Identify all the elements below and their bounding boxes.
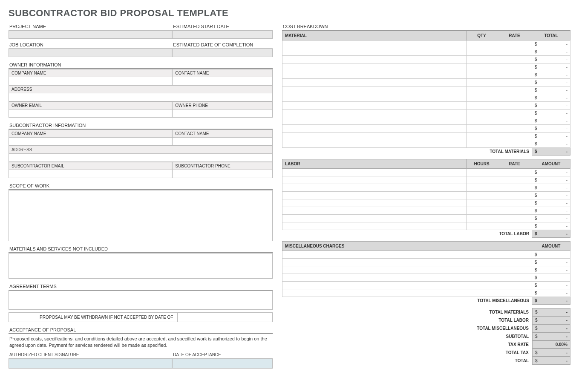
material-qty-cell[interactable] [467, 79, 497, 86]
labor-hours-cell[interactable] [467, 192, 497, 199]
estimated-completion-input[interactable] [172, 49, 273, 57]
labor-rate-cell[interactable] [497, 215, 532, 222]
misc-cell[interactable] [282, 289, 532, 297]
labor-rate-cell[interactable] [497, 199, 532, 207]
material-cell[interactable] [282, 110, 466, 117]
material-cell[interactable] [282, 79, 466, 86]
material-cell[interactable] [282, 71, 466, 79]
material-rate-cell[interactable] [497, 48, 532, 56]
misc-cell[interactable] [282, 259, 532, 266]
misc-amount-cell: $- [532, 274, 570, 282]
material-qty-cell[interactable] [467, 56, 497, 63]
material-qty-cell[interactable] [467, 140, 497, 148]
material-cell[interactable] [282, 48, 466, 56]
sub-email-input[interactable] [9, 170, 172, 178]
labor-cell[interactable] [282, 169, 466, 176]
labor-rate-cell[interactable] [497, 169, 532, 176]
agreement-input[interactable] [9, 291, 273, 310]
material-qty-cell[interactable] [467, 86, 497, 94]
owner-contact-label: CONTACT NAME [172, 69, 273, 77]
material-cell[interactable] [282, 56, 466, 63]
material-qty-cell[interactable] [467, 102, 497, 110]
material-cell[interactable] [282, 140, 466, 148]
material-qty-cell[interactable] [467, 71, 497, 79]
signature-input[interactable] [9, 358, 172, 369]
labor-cell[interactable] [282, 176, 466, 184]
material-cell[interactable] [282, 86, 466, 94]
labor-rate-cell[interactable] [497, 176, 532, 184]
labor-cell[interactable] [282, 222, 466, 230]
material-rate-cell[interactable] [497, 140, 532, 148]
material-cell[interactable] [282, 133, 466, 140]
material-qty-cell[interactable] [467, 63, 497, 71]
owner-email-input[interactable] [9, 109, 172, 118]
labor-rate-cell[interactable] [497, 192, 532, 199]
owner-company-input[interactable] [9, 77, 172, 85]
material-rate-cell[interactable] [497, 117, 532, 125]
material-qty-cell[interactable] [467, 117, 497, 125]
owner-phone-input[interactable] [172, 109, 273, 118]
labor-cell[interactable] [282, 199, 466, 207]
material-cell[interactable] [282, 63, 466, 71]
date-acceptance-input[interactable] [172, 358, 273, 369]
material-qty-cell[interactable] [467, 48, 497, 56]
scope-input[interactable] [9, 190, 273, 241]
material-cell[interactable] [282, 102, 466, 110]
material-qty-cell[interactable] [467, 110, 497, 117]
labor-hours-cell[interactable] [467, 199, 497, 207]
misc-cell[interactable] [282, 251, 532, 259]
misc-cell[interactable] [282, 282, 532, 289]
estimated-start-input[interactable] [172, 30, 273, 39]
sub-company-input[interactable] [9, 137, 172, 146]
withdraw-date-input[interactable] [177, 313, 272, 322]
material-rate-cell[interactable] [497, 63, 532, 71]
material-rate-cell[interactable] [497, 94, 532, 102]
material-cell[interactable] [282, 125, 466, 133]
not-included-input[interactable] [9, 253, 273, 279]
material-total-cell: $- [532, 94, 570, 102]
labor-rate-cell[interactable] [497, 222, 532, 230]
material-cell[interactable] [282, 94, 466, 102]
labor-hours-cell[interactable] [467, 176, 497, 184]
material-rate-cell[interactable] [497, 40, 532, 48]
labor-hours-cell[interactable] [467, 169, 497, 176]
job-location-input[interactable] [9, 49, 172, 57]
material-rate-cell[interactable] [497, 79, 532, 86]
labor-subtotal-value: $- [532, 230, 570, 238]
material-rate-cell[interactable] [497, 86, 532, 94]
sub-phone-input[interactable] [172, 170, 273, 178]
material-cell[interactable] [282, 117, 466, 125]
owner-address-input[interactable] [9, 93, 273, 101]
sub-contact-input[interactable] [172, 137, 273, 146]
labor-cell[interactable] [282, 215, 466, 222]
material-qty-cell[interactable] [467, 94, 497, 102]
labor-hours-cell[interactable] [467, 222, 497, 230]
material-cell[interactable] [282, 40, 466, 48]
labor-rate-cell[interactable] [497, 207, 532, 215]
sub-address-input[interactable] [9, 153, 273, 162]
material-rate-cell[interactable] [497, 71, 532, 79]
project-name-input[interactable] [9, 30, 172, 39]
misc-cell[interactable] [282, 266, 532, 274]
labor-rate-cell[interactable] [497, 184, 532, 192]
labor-cell[interactable] [282, 192, 466, 199]
material-rate-cell[interactable] [497, 110, 532, 117]
material-qty-cell[interactable] [467, 133, 497, 140]
material-rate-cell[interactable] [497, 125, 532, 133]
labor-cell[interactable] [282, 184, 466, 192]
misc-row: $- [282, 259, 570, 266]
material-rate-cell[interactable] [497, 56, 532, 63]
misc-cell[interactable] [282, 274, 532, 282]
agreement-label: AGREEMENT TERMS [9, 282, 273, 291]
labor-hours-cell[interactable] [467, 207, 497, 215]
labor-cell[interactable] [282, 207, 466, 215]
material-qty-cell[interactable] [467, 125, 497, 133]
material-rate-cell[interactable] [497, 133, 532, 140]
labor-hours-cell[interactable] [467, 215, 497, 222]
material-rate-cell[interactable] [497, 102, 532, 110]
labor-amount-cell: $- [532, 169, 570, 176]
owner-contact-input[interactable] [172, 77, 273, 85]
material-hdr-material: MATERIAL [282, 31, 466, 40]
material-qty-cell[interactable] [467, 40, 497, 48]
labor-hours-cell[interactable] [467, 184, 497, 192]
